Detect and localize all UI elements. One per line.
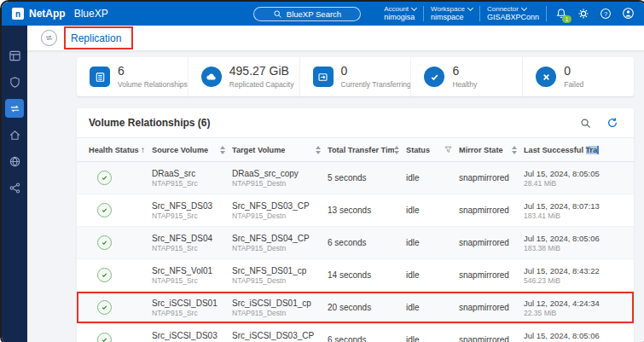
source-storage-vm: NTAP915_Src [152, 276, 232, 285]
sort-icon[interactable] [394, 146, 399, 154]
mirror-state-cell: snapmirrored [459, 303, 524, 312]
sidebar-item-share[interactable] [5, 178, 24, 197]
top-bar-right: Account nimogisa Workspace nimspace Conn… [384, 5, 635, 22]
search-icon [273, 9, 282, 19]
sidebar-item-governance[interactable] [5, 152, 24, 171]
last-transfer-size: 183.41 MiB [524, 212, 634, 220]
mirror-state-cell: snapmirrored [459, 173, 524, 183]
col-source-volume[interactable]: Source Volume [152, 146, 232, 154]
user-menu-button[interactable] [620, 6, 635, 21]
col-label: Last Successful Tra [524, 146, 599, 154]
sidebar-item-protection[interactable] [5, 72, 24, 91]
target-volume-name: Src_NFS_DS04_CP [232, 234, 328, 243]
target-volume-cell: Src_NFS_DS04_CPNTAP915_Destn [232, 234, 328, 252]
sort-icon[interactable] [316, 146, 321, 154]
target-volume-cell: Src_NFS_DS03_CPNTAP915_Destn [232, 201, 328, 220]
healthy-status-icon [97, 333, 112, 342]
col-status[interactable]: Status [406, 146, 459, 154]
filter-icon[interactable] [444, 146, 452, 154]
stat-healthy: 6 Healthy [410, 57, 522, 96]
table-row[interactable]: Src_iSCSI_DS03NTAP915_Src Src_iSCSI_DS03… [77, 324, 634, 342]
svg-text:?: ? [604, 10, 607, 18]
left-nav [2, 26, 27, 342]
netapp-logo-icon: n [12, 8, 24, 20]
col-target-volume[interactable]: Target Volume [232, 146, 328, 154]
source-volume-name: Src_NFS_DS03 [152, 201, 232, 211]
last-transfer-cell: Jul 15, 2024, 8:05:06254.89 MiB [524, 331, 634, 342]
stat-value: 6 [118, 65, 188, 78]
stat-label: Currently Transferring [341, 80, 411, 89]
target-volume-cell: Src_NFS_DS01_cpNTAP915_Destn [232, 266, 328, 285]
brand: n NetApp BlueXP [12, 8, 108, 20]
sort-icon[interactable] [220, 146, 225, 154]
annotation-box-replication: Replication [64, 26, 133, 49]
notifications-button[interactable]: 1 [554, 6, 569, 21]
col-label: Total Transfer Time [328, 146, 394, 154]
sidebar-item-replication[interactable] [5, 99, 24, 118]
connector-label: Connector [487, 5, 539, 14]
target-volume-name: Src_NFS_DS01_cp [232, 266, 328, 275]
table-title: Volume Relationships (6) [89, 117, 210, 129]
col-health-status[interactable]: Health Status [89, 145, 152, 154]
breadcrumb-bar: Replication [27, 26, 644, 51]
stat-label: Healthy [452, 80, 477, 89]
last-transfer-date: Jul 15, 2024, 8:07:13 [524, 201, 634, 211]
col-label: Target Volume [232, 146, 285, 154]
target-volume-name: DRaaS_src_copy [232, 169, 328, 178]
source-volume-name: Src_NFS_Vol01 [152, 266, 232, 275]
last-transfer-date: Jul 12, 2024, 4:24:34 [524, 299, 634, 308]
summary-bar: 6 Volume Relationships 495.27 GiB Replic… [77, 57, 634, 96]
table-row[interactable]: DRaaS_srcNTAP915_Src DRaaS_src_copyNTAP9… [77, 162, 634, 194]
refresh-button[interactable] [606, 117, 618, 130]
last-transfer-cell: Jul 15, 2024, 8:05:0528.41 MiB [524, 169, 634, 188]
table-row[interactable]: Src_NFS_Vol01NTAP915_Src Src_NFS_DS01_cp… [77, 259, 634, 292]
table-row[interactable]: Src_NFS_DS04NTAP915_Src Src_NFS_DS04_CPN… [77, 227, 634, 259]
table-search-button[interactable] [579, 117, 592, 130]
healthy-status-icon [97, 203, 112, 217]
workspace-menu[interactable]: Workspace nimspace [431, 5, 473, 22]
replication-service-icon[interactable] [41, 30, 57, 46]
share-icon [9, 182, 21, 194]
col-label: Source Volume [152, 146, 208, 154]
transfer-time-cell: 5 seconds [328, 173, 406, 183]
text-selection-highlight: Tra [586, 146, 600, 154]
help-icon: ? [600, 8, 612, 20]
divider [479, 6, 480, 21]
healthy-status-icon [97, 171, 112, 185]
target-volume-name: Src_iSCSI_DS01_cp [232, 299, 328, 308]
table-tools [579, 117, 618, 130]
settings-button[interactable] [576, 6, 591, 21]
app-window: n NetApp BlueXP BlueXP Search Account ni… [0, 0, 644, 342]
table-row-highlighted[interactable]: Src_iSCSI_DS01NTAP915_Src Src_iSCSI_DS01… [77, 292, 634, 324]
sidebar-item-canvas[interactable] [5, 46, 24, 65]
col-last-successful-transfer[interactable]: Last Successful Tra [524, 146, 634, 154]
help-button[interactable]: ? [598, 6, 613, 21]
main-content: 6 Volume Relationships 495.27 GiB Replic… [27, 50, 644, 342]
account-menu[interactable]: Account nimogisa [384, 5, 416, 22]
connector-menu[interactable]: Connector GISABXPConn [487, 5, 539, 22]
sync-arrows-icon [44, 33, 54, 43]
stat-label: Replicated Capacity [229, 80, 294, 89]
search-icon [580, 118, 591, 129]
sort-icon[interactable] [512, 146, 517, 154]
status-cell: idle [406, 206, 459, 215]
source-storage-vm: NTAP915_Src [152, 309, 232, 317]
mirror-state-cell: snapmirrored [459, 270, 524, 280]
currently-transferring-icon [313, 67, 334, 87]
stat-currently-transferring: 0 Currently Transferring [299, 57, 411, 96]
stat-value: 0 [341, 65, 411, 78]
last-transfer-cell: Jul 15, 2024, 8:07:13183.41 MiB [524, 201, 634, 220]
bluexp-search-button[interactable]: BlueXP Search [253, 7, 361, 21]
mirror-state-cell: snapmirrored [459, 238, 524, 247]
col-mirror-state[interactable]: Mirror State [459, 146, 524, 154]
status-cell: idle [406, 303, 459, 312]
status-cell: idle [406, 270, 459, 280]
target-volume-name: Src_NFS_DS03_CP [232, 201, 328, 211]
table-row[interactable]: Src_NFS_DS03NTAP915_Src Src_NFS_DS03_CPN… [77, 194, 634, 227]
source-volume-name: DRaaS_src [152, 169, 232, 178]
col-total-transfer-time[interactable]: Total Transfer Time [328, 146, 406, 154]
last-transfer-cell: Jul 12, 2024, 4:24:3422.35 MiB [524, 299, 634, 317]
source-volume-cell: Src_NFS_Vol01NTAP915_Src [152, 266, 232, 285]
source-volume-cell: DRaaS_srcNTAP915_Src [152, 169, 232, 188]
sidebar-item-storage[interactable] [5, 125, 24, 144]
